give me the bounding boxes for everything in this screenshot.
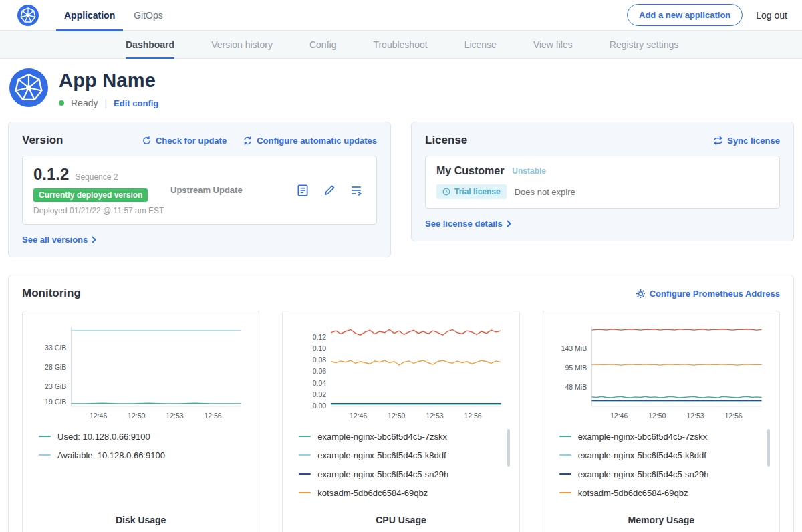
sync-license-link[interactable]: Sync license xyxy=(713,136,780,146)
svg-text:23 GiB: 23 GiB xyxy=(45,382,66,390)
auto-update-icon xyxy=(243,136,253,146)
subnav-item-version-history[interactable]: Version history xyxy=(211,31,273,58)
configure-prometheus-label: Configure Prometheus Address xyxy=(650,289,780,299)
tab-gitops-label: GitOps xyxy=(134,10,163,21)
view-logs-icon[interactable] xyxy=(350,184,363,197)
expiration-text: Does not expire xyxy=(515,187,575,197)
subnav-item-view-files[interactable]: View files xyxy=(533,31,573,58)
app-sub-nav: Dashboard Version history Config Trouble… xyxy=(0,31,802,59)
sync-license-label: Sync license xyxy=(727,136,780,146)
license-type-badge: Trial license xyxy=(436,184,507,199)
svg-text:12:56: 12:56 xyxy=(464,412,482,420)
license-card-title: License xyxy=(425,134,467,147)
disk-usage-panel: 19 GiB23 GiB28 GiB33 GiB12:4612:5012:531… xyxy=(22,311,259,532)
svg-text:12:46: 12:46 xyxy=(350,412,367,420)
svg-text:19 GiB: 19 GiB xyxy=(45,398,66,406)
sequence-label: Sequence 2 xyxy=(75,172,118,182)
configure-automatic-updates-link[interactable]: Configure automatic updates xyxy=(243,136,377,146)
legend-series-swatch xyxy=(299,436,311,437)
legend-series-label: example-nginx-5bc6f5d4c5-7zskx xyxy=(317,432,447,442)
legend-series-label: example-nginx-5bc6f5d4c5-k8ddf xyxy=(578,450,706,460)
version-card-title: Version xyxy=(22,134,63,147)
status-text: Ready xyxy=(71,98,98,108)
status-dot xyxy=(59,100,64,106)
version-number: 0.1.2 xyxy=(33,165,69,184)
svg-text:0.04: 0.04 xyxy=(313,379,327,387)
legend-item: example-nginx-5bc6f5d4c5-sn29h xyxy=(559,469,762,479)
cpu-usage-chart: 0.000.020.040.060.080.100.1212:4612:5012… xyxy=(291,321,511,424)
see-all-versions-label: See all versions xyxy=(22,235,88,245)
legend-item: kotsadm-5db6dc6584-69qbz xyxy=(559,488,762,498)
cpu-usage-title: CPU Usage xyxy=(291,515,511,525)
version-card: Version Check for update xyxy=(8,122,391,257)
release-notes-icon[interactable] xyxy=(296,184,309,197)
tab-application[interactable]: Application xyxy=(55,0,124,31)
svg-text:12:50: 12:50 xyxy=(648,412,666,420)
svg-text:0.02: 0.02 xyxy=(313,390,327,398)
tab-gitops[interactable]: GitOps xyxy=(124,0,172,31)
sync-icon xyxy=(713,136,723,146)
deployed-version-row: 0.1.2 Sequence 2 Currently deployed vers… xyxy=(22,156,377,225)
see-license-details-label: See license details xyxy=(425,219,503,229)
legend-series-swatch xyxy=(39,454,51,456)
subnav-item-dashboard[interactable]: Dashboard xyxy=(126,31,174,58)
app-name-title: App Name xyxy=(59,70,158,92)
cpu-usage-legend: example-nginx-5bc6f5d4c5-7zskxexample-ng… xyxy=(291,424,511,507)
monitoring-card: Monitoring Configure Prometheus Address xyxy=(8,275,794,532)
svg-text:12:46: 12:46 xyxy=(610,412,628,420)
svg-text:12:53: 12:53 xyxy=(686,412,704,420)
add-application-button[interactable]: Add a new application xyxy=(627,4,743,26)
cards-row: Version Check for update xyxy=(0,119,802,257)
svg-text:12:56: 12:56 xyxy=(204,412,221,420)
legend-series-label: example-nginx-5bc6f5d4c5-7zskx xyxy=(578,432,708,442)
see-license-details-link[interactable]: See license details xyxy=(425,219,511,229)
memory-usage-legend: example-nginx-5bc6f5d4c5-7zskxexample-ng… xyxy=(551,424,771,507)
refresh-icon xyxy=(142,136,152,146)
legend-scrollbar[interactable] xyxy=(507,429,510,467)
check-for-update-link[interactable]: Check for update xyxy=(142,136,227,146)
disk-usage-chart: 19 GiB23 GiB28 GiB33 GiB12:4612:5012:531… xyxy=(31,321,251,424)
legend-series-label: example-nginx-5bc6f5d4c5-sn29h xyxy=(578,469,709,479)
monitoring-title: Monitoring xyxy=(22,287,81,300)
license-detail-row: My Customer Unstable Trial license Does … xyxy=(425,156,780,209)
app-logo-icon xyxy=(9,68,48,107)
legend-item: example-nginx-5bc6f5d4c5-k8ddf xyxy=(559,450,762,460)
svg-text:0.10: 0.10 xyxy=(313,344,327,352)
top-nav: Application GitOps Add a new application… xyxy=(0,0,802,31)
channel-label: Unstable xyxy=(512,166,546,176)
configure-automatic-updates-label: Configure automatic updates xyxy=(257,136,377,146)
deployed-version-badge: Currently deployed version xyxy=(33,188,148,202)
kubernetes-logo-icon xyxy=(17,5,39,26)
legend-series-swatch xyxy=(559,436,571,437)
see-all-versions-link[interactable]: See all versions xyxy=(22,235,96,245)
legend-scrollbar[interactable] xyxy=(767,429,770,467)
svg-text:0.00: 0.00 xyxy=(313,402,327,410)
configure-prometheus-link[interactable]: Configure Prometheus Address xyxy=(636,289,780,299)
edit-config-pencil-icon[interactable] xyxy=(323,184,336,197)
legend-series-label: Used: 10.128.0.66:9100 xyxy=(57,432,150,442)
gear-icon xyxy=(636,289,646,299)
edit-config-link[interactable]: Edit config xyxy=(114,98,158,108)
svg-text:33 GiB: 33 GiB xyxy=(45,344,66,352)
subnav-item-license[interactable]: License xyxy=(464,31,497,58)
legend-series-swatch xyxy=(299,454,311,456)
legend-series-label: example-nginx-5bc6f5d4c5-k8ddf xyxy=(317,450,446,460)
subnav-item-troubleshoot[interactable]: Troubleshoot xyxy=(373,31,427,58)
svg-text:28 GiB: 28 GiB xyxy=(45,363,66,371)
legend-series-label: Available: 10.128.0.66:9100 xyxy=(57,450,165,460)
svg-text:0.12: 0.12 xyxy=(313,333,327,341)
memory-usage-title: Memory Usage xyxy=(551,515,771,525)
upstream-update-label: Upstream Update xyxy=(170,185,296,195)
svg-text:95 MiB: 95 MiB xyxy=(565,364,587,372)
disk-usage-title: Disk Usage xyxy=(31,515,251,525)
legend-series-swatch xyxy=(39,436,51,437)
subnav-item-registry-settings[interactable]: Registry settings xyxy=(610,31,678,58)
memory-usage-chart: 48 MiB95 MiB143 MiB12:4612:5012:5312:56 xyxy=(551,321,771,424)
dashboard-content: App Name Ready | Edit config Version xyxy=(0,59,802,532)
svg-text:0.08: 0.08 xyxy=(313,356,327,364)
svg-text:0.06: 0.06 xyxy=(313,367,327,375)
legend-item: kotsadm-5db6dc6584-69qbz xyxy=(299,488,501,498)
tab-application-label: Application xyxy=(64,10,115,21)
logout-button[interactable]: Log out xyxy=(756,10,787,21)
subnav-item-config[interactable]: Config xyxy=(309,31,336,58)
